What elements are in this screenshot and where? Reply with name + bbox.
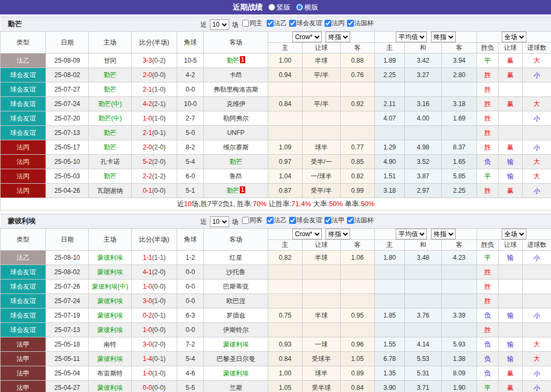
avg-draw-odds: 3.87: [405, 169, 442, 184]
league-checkbox[interactable]: [267, 20, 274, 27]
near-label: 近: [200, 218, 207, 225]
home-team: 蒙彼利埃: [89, 381, 132, 392]
avg-draw-odds: 3.52: [405, 155, 442, 169]
result-handicap: 赢: [499, 97, 523, 111]
handicap-home-odds: 1.09: [268, 140, 303, 155]
average-time-select[interactable]: 终指: [431, 32, 456, 42]
odds-time-select[interactable]: 终指: [326, 32, 350, 42]
league-filter[interactable]: 法国杯: [345, 19, 374, 28]
avg-draw-odds: 3.42: [405, 54, 442, 68]
avg-away-odds: 3.39: [442, 308, 477, 323]
avg-draw-odds: [405, 265, 442, 280]
home-team: 勤芒: [89, 82, 132, 97]
layout-horizontal-option[interactable]: 横版: [296, 3, 319, 12]
average-type-select[interactable]: 平均值: [396, 32, 427, 42]
avg-away-odds: 3.18: [442, 97, 477, 111]
result-outcome: 胜: [477, 111, 499, 126]
date-cell: 25-04-26: [46, 184, 89, 198]
league-filter[interactable]: 法国杯: [345, 216, 374, 225]
average-time-select[interactable]: 终指: [431, 229, 456, 239]
match-count-select[interactable]: 10: [210, 216, 229, 227]
result-scope-select[interactable]: 全场: [502, 229, 526, 239]
score-cell: 4-1(2-0): [132, 265, 177, 280]
score-cell: 3-0(2-0): [132, 337, 177, 352]
summary-segment: 大率:: [311, 200, 329, 208]
horizontal-layout-radio[interactable]: [296, 4, 303, 11]
away-team: 罗德兹: [204, 308, 268, 323]
rows-body: 法乙25-08-10蒙彼利埃1-1(1-1)1-2红星0.82半球1.061.8…: [1, 251, 551, 392]
result-handicap: 输: [499, 155, 523, 169]
league-filter[interactable]: 球会友谊: [287, 216, 322, 225]
league-checkbox[interactable]: [267, 217, 274, 224]
league-filter[interactable]: 法乙: [265, 19, 287, 28]
league-cell: 球会友谊: [1, 126, 46, 140]
avg-away-odds: 8.09: [442, 366, 477, 381]
league-filter[interactable]: 法丙: [322, 19, 345, 28]
table-row: 球会友谊25-08-02蒙彼利埃4-1(2-0)0-0沙托鲁胜: [1, 265, 551, 280]
date-cell: 25-04-27: [46, 381, 89, 392]
corner-cell: 7-2: [177, 337, 204, 352]
handicap-away-odds: 0.84: [341, 381, 375, 392]
avg-home-odds: [375, 265, 405, 280]
away-team: 鲁昂: [204, 169, 268, 184]
halftime-score: (2-0): [152, 144, 165, 151]
results-table: 勤芒 近 10 场 同主 法乙球会友谊法丙法国杯 类型 日期 主场 比分(半场): [0, 17, 551, 210]
avg-away-odds: [442, 126, 477, 140]
odds-company-select[interactable]: Crow*: [292, 229, 322, 239]
result-scope-select[interactable]: 全场: [502, 32, 526, 42]
vertical-layout-radio[interactable]: [268, 4, 275, 11]
same-venue-checkbox[interactable]: [242, 20, 249, 27]
corner-cell: 2-7: [177, 111, 204, 126]
handicap-line: 半球: [303, 308, 341, 323]
col-header-corner: 角球: [177, 229, 204, 251]
league-filter-label: 法国杯: [354, 19, 374, 28]
odds-time-select[interactable]: 终指: [326, 229, 350, 239]
handicap-away-odds: 0.92: [341, 97, 375, 111]
corner-cell: 6-0: [177, 169, 204, 184]
league-checkbox[interactable]: [324, 20, 331, 27]
fulltime-score: 2-0: [143, 71, 152, 79]
date-cell: 25-05-17: [46, 140, 89, 155]
halftime-score: (2-0): [152, 341, 165, 348]
league-checkbox[interactable]: [347, 217, 354, 224]
layout-vertical-option[interactable]: 竖版: [268, 3, 291, 12]
avg-home-odds: 1.80: [375, 251, 405, 265]
league-cell: 球会友谊: [1, 280, 46, 294]
halftime-score: (1-0): [152, 86, 165, 93]
handicap-line: 球半: [303, 140, 341, 155]
away-team-name: 蒙彼利埃: [223, 370, 249, 377]
team-header-band: 蒙彼利埃 近 10 场 同客 法乙球会友谊法甲法国杯: [1, 214, 551, 229]
league-filter[interactable]: 法乙: [265, 216, 287, 225]
handicap-odds-group: Crow* 终指: [268, 32, 375, 43]
average-type-select[interactable]: 平均值: [396, 229, 427, 239]
odds-company-select[interactable]: Crow*: [292, 32, 322, 42]
same-venue-filter[interactable]: 同客: [240, 216, 262, 225]
league-cell: 球会友谊: [1, 308, 46, 323]
same-venue-filter[interactable]: 同主: [240, 19, 262, 28]
score-cell: 1-0(0-0): [132, 280, 177, 294]
table-row: 法丙25-05-03勤芒2-2(1-2)6-0鲁昂1.04一/球半0.821.5…: [1, 169, 551, 184]
avg-draw-odds: [405, 126, 442, 140]
match-count-select[interactable]: 10: [210, 19, 229, 30]
handicap-home-odds: [268, 280, 303, 294]
league-cell: 法甲: [1, 337, 46, 352]
team-section: 勤芒 近 10 场 同主 法乙球会友谊法丙法国杯 类型 日期 主场 比分(半场): [0, 17, 551, 210]
date-cell: 25-07-24: [46, 294, 89, 308]
league-filter[interactable]: 法甲: [322, 216, 345, 225]
league-checkbox[interactable]: [289, 217, 296, 224]
league-filter[interactable]: 球会友谊: [287, 19, 322, 28]
summary-row: 近10场,胜7平2负1, 胜率:70% 让胜率:71.4% 大率:50% 单率:…: [1, 198, 551, 210]
same-venue-checkbox[interactable]: [242, 217, 249, 224]
league-checkbox[interactable]: [289, 20, 296, 27]
league-cell: 法丙: [1, 184, 46, 198]
league-checkbox[interactable]: [324, 217, 331, 224]
corner-cell: 5-0: [177, 126, 204, 140]
league-checkbox[interactable]: [347, 20, 354, 27]
table-row: 法乙25-08-10蒙彼利埃1-1(1-1)1-2红星0.82半球1.061.8…: [1, 251, 551, 265]
result-goals: [523, 323, 551, 337]
table-row: 法丙25-04-26瓦朗谢纳0-1(0-0)5-1勤芒10.87受平/半0.99…: [1, 184, 551, 198]
handicap-away-odds: 0.76: [341, 68, 375, 82]
handicap-home-odds: 1.00: [268, 54, 303, 68]
subheader-cell: 客: [341, 43, 375, 54]
home-team: 蒙彼利埃: [89, 308, 132, 323]
